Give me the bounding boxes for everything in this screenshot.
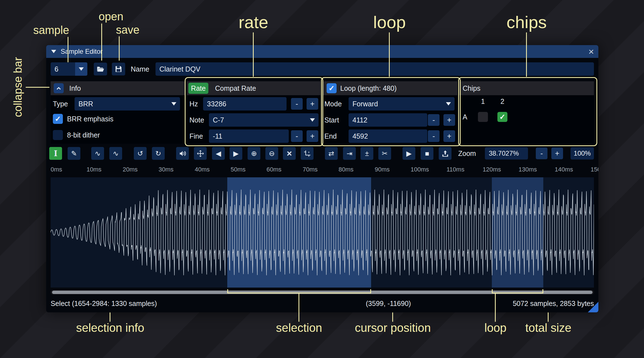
zoom-value-field[interactable]: 38.7027%	[485, 147, 528, 160]
window-collapse-icon[interactable]	[51, 50, 56, 53]
cursor-position-text: (3599, -11690)	[366, 298, 411, 309]
stop-icon[interactable]: ■	[421, 147, 433, 160]
ruler-label: 150ms	[591, 166, 598, 173]
brr-emphasis-checkbox[interactable]: ✓	[53, 114, 63, 124]
sample-slot-select[interactable]: 6	[51, 62, 87, 76]
pencil-icon[interactable]: ✎	[68, 147, 80, 160]
save-button[interactable]	[112, 63, 125, 75]
swap-icon[interactable]: ⇄	[325, 147, 338, 160]
ruler-label: 100ms	[411, 166, 429, 173]
dither-label: 8-bit dither	[67, 128, 100, 142]
sample-slot-value: 6	[55, 65, 58, 73]
ruler-label: 20ms	[123, 166, 138, 173]
ruler-label: 110ms	[446, 166, 464, 173]
annotation-save: save	[116, 24, 140, 36]
annotation-total-size: total size	[525, 321, 571, 335]
annotation-loop: loop	[373, 12, 406, 32]
name-input[interactable]: Clarinet DQV	[156, 62, 594, 76]
forward-icon[interactable]: ▶	[230, 147, 242, 160]
resize-grip[interactable]	[588, 302, 598, 312]
annotation-sample: sample	[33, 24, 69, 36]
reverse-icon[interactable]: ◀	[212, 147, 225, 160]
ruler-label: 60ms	[267, 166, 282, 173]
delete-icon[interactable]: ×	[283, 147, 296, 160]
annotation-open: open	[99, 10, 124, 23]
chevron-down-icon[interactable]	[75, 62, 87, 76]
undo-icon[interactable]: ↺	[134, 147, 147, 160]
floppy-disk-icon	[115, 65, 122, 73]
resample-icon[interactable]: ∿	[109, 147, 122, 160]
waveform-path	[51, 190, 594, 275]
ruler-label: 30ms	[159, 166, 174, 173]
annotation-line-selection-info	[110, 312, 110, 322]
trim-icon[interactable]	[301, 147, 314, 160]
annotation-cursor-position: cursor position	[355, 321, 431, 335]
scissors-icon[interactable]: ✂	[378, 147, 391, 160]
zoom-reset-button[interactable]: 100%	[571, 147, 594, 160]
name-value: Clarinet DQV	[159, 65, 200, 73]
waveform-svg	[51, 177, 594, 288]
annotation-line-save	[119, 36, 120, 61]
check-icon: ✓	[55, 115, 61, 123]
annotation-line-collapse-bar	[26, 87, 50, 88]
selection-info-text: Select (1654-2984: 1330 samples)	[51, 298, 157, 309]
seek-icon[interactable]: ⇥	[343, 147, 356, 160]
ruler-label: 10ms	[87, 166, 102, 173]
type-value: BRR	[78, 100, 93, 108]
waveform-panel[interactable]	[51, 177, 594, 288]
edit-cursor-icon[interactable]: I	[49, 147, 62, 160]
annotation-box-loop	[321, 77, 461, 146]
ruler-label: 90ms	[375, 166, 390, 173]
ruler-label: 120ms	[483, 166, 501, 173]
play-icon[interactable]: ▶	[403, 147, 415, 160]
annotation-line-total-size	[548, 312, 549, 322]
total-size-text: 5072 samples, 2853 bytes	[513, 298, 594, 309]
annotation-collapse-bar: collapse bar	[12, 57, 24, 117]
annotation-box-rate	[185, 77, 323, 146]
ruler-label: 0ms	[51, 166, 62, 173]
annotation-loop-bottom: loop	[484, 321, 506, 335]
ruler-label: 70ms	[303, 166, 318, 173]
chevron-up-icon	[56, 85, 62, 91]
crop-icon	[304, 150, 311, 157]
upload-icon	[441, 150, 449, 157]
redo-icon[interactable]: ↻	[152, 147, 165, 160]
annotation-line-loop-bottom	[495, 293, 496, 322]
annotation-bracket-loop	[492, 289, 543, 293]
insert-silence-icon[interactable]: ⊕	[248, 147, 260, 160]
annotation-line-loop	[389, 32, 390, 77]
ruler-label: 140ms	[555, 166, 573, 173]
amplify-icon[interactable]	[176, 147, 189, 160]
annotation-chips: chips	[507, 12, 547, 32]
chevron-down-icon[interactable]	[168, 97, 180, 111]
type-select[interactable]: BRR	[75, 97, 180, 111]
ruler-label: 80ms	[339, 166, 354, 173]
annotation-line-sample	[68, 37, 68, 62]
zoom-label: Zoom	[458, 147, 476, 160]
close-icon[interactable]: ×	[588, 45, 594, 58]
annotation-line-rate	[253, 32, 254, 77]
normalize-icon[interactable]	[194, 147, 207, 160]
zoom-in-button[interactable]: +	[551, 148, 563, 159]
dither-checkbox[interactable]	[53, 130, 63, 140]
annotation-line-selection	[298, 293, 299, 322]
resize-icon[interactable]: ∿	[91, 147, 104, 160]
zoom-out-button[interactable]: -	[536, 148, 547, 159]
annotation-selection-info: selection info	[76, 321, 144, 335]
arrows-cross-icon	[197, 150, 204, 157]
info-title: Info	[69, 82, 81, 95]
ruler-label: 40ms	[195, 166, 210, 173]
speaker-icon	[179, 150, 186, 157]
ruler-label: 130ms	[519, 166, 537, 173]
annotation-line-cursor-position	[392, 312, 393, 322]
open-button[interactable]	[94, 63, 107, 75]
create-wavetable-icon[interactable]	[439, 147, 451, 160]
apply-silence-icon[interactable]: ⊖	[265, 147, 278, 160]
window-titlebar[interactable]: Sample Editor ×	[46, 45, 598, 58]
collapse-bar-button[interactable]	[54, 83, 64, 93]
ruler-label: 50ms	[231, 166, 246, 173]
name-label: Name	[131, 62, 149, 76]
plus-minus-icon[interactable]: ±	[361, 147, 373, 160]
annotation-line-open	[101, 23, 102, 61]
page-background: Sample Editor × 6 Name Clarinet DQV	[0, 0, 644, 358]
